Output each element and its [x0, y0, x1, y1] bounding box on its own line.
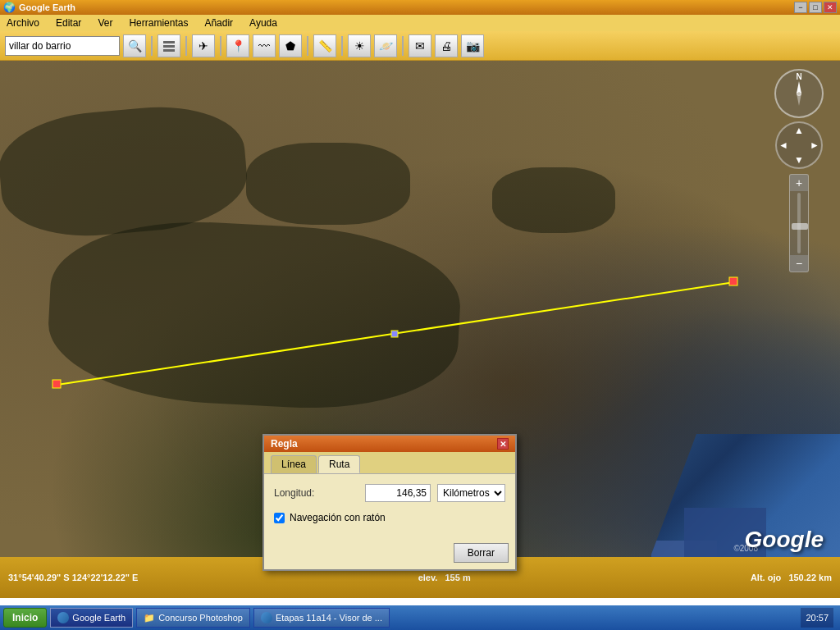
- zoom-control: + −: [789, 174, 809, 272]
- nav-ring: ▲ ▼ ◄ ►: [775, 121, 823, 169]
- rotate-right-button[interactable]: ►: [810, 139, 819, 151]
- app-icon: 🌍: [3, 2, 16, 13]
- tab-linea[interactable]: Línea: [271, 455, 317, 473]
- compass[interactable]: N: [774, 69, 824, 118]
- dialog-close-button[interactable]: ✕: [497, 438, 509, 450]
- google-watermark: Google: [745, 527, 824, 553]
- tilt-up-button[interactable]: ▲: [794, 125, 804, 136]
- menu-bar: Archivo Editar Ver Herramientas Añadir A…: [0, 15, 840, 31]
- taskbar-item-earth[interactable]: Google Earth: [50, 608, 133, 628]
- path-button[interactable]: 〰: [253, 34, 276, 57]
- separator-1: [151, 36, 153, 56]
- navigation-controls: N ▲ ▼ ◄ ► + −: [774, 69, 824, 272]
- mouse-nav-checkbox[interactable]: [274, 513, 285, 523]
- tilt-down-button[interactable]: ▼: [794, 154, 804, 166]
- separator-2: [185, 36, 187, 56]
- taskbar-item-visor[interactable]: Etapas 11a14 - Visor de ...: [253, 608, 390, 628]
- taskbar-right: 20:57: [801, 608, 837, 628]
- tab-ruta[interactable]: Ruta: [318, 455, 360, 473]
- search-input[interactable]: [5, 36, 120, 56]
- minimize-button[interactable]: −: [794, 2, 807, 13]
- title-bar-left: 🌍 Google Earth: [3, 2, 75, 13]
- longitud-label: Longitud:: [274, 487, 314, 499]
- separator-6: [402, 36, 404, 56]
- svg-rect-0: [163, 41, 175, 43]
- close-button[interactable]: ✕: [824, 2, 837, 13]
- search-button[interactable]: 🔍: [123, 34, 146, 57]
- separator-5: [341, 36, 343, 56]
- menu-archivo[interactable]: Archivo: [3, 16, 43, 30]
- fly-to-button[interactable]: ✈: [192, 34, 215, 57]
- dialog-footer: Borrar: [264, 540, 515, 569]
- zoom-out-button[interactable]: −: [790, 255, 808, 272]
- dialog-title-bar: Regla ✕: [264, 436, 515, 452]
- zoom-track: [797, 193, 801, 253]
- taskbar-earth-label: Google Earth: [72, 613, 126, 623]
- rotate-left-button[interactable]: ◄: [778, 139, 788, 151]
- dialog-tabs: Línea Ruta: [264, 452, 515, 474]
- svg-rect-1: [163, 45, 175, 48]
- screenshot-button[interactable]: 📷: [461, 34, 484, 57]
- placemark-button[interactable]: 📍: [226, 34, 249, 57]
- elev-label: elev.: [418, 573, 438, 582]
- maximize-button[interactable]: □: [809, 2, 822, 13]
- svg-point-9: [797, 91, 801, 96]
- menu-anadir[interactable]: Añadir: [201, 16, 236, 30]
- dialog-title-text: Regla: [271, 438, 298, 450]
- layers-button[interactable]: [158, 34, 180, 57]
- start-button[interactable]: Inicio: [3, 608, 47, 628]
- dialog-body: Longitud: Kilómetros Millas Metros Pies …: [264, 474, 515, 540]
- nav-circle[interactable]: ▲ ▼ ◄ ►: [775, 121, 823, 169]
- coordinates-display: 31°54'40.29" S 124°22'12.22" E: [8, 573, 138, 582]
- print-button[interactable]: 🖨: [435, 34, 458, 57]
- ruler-dialog: Regla ✕ Línea Ruta Longitud: Kilómetros …: [262, 434, 517, 571]
- menu-editar[interactable]: Editar: [52, 16, 84, 30]
- mouse-nav-label: Navegación con ratón: [290, 512, 386, 523]
- ruler-button[interactable]: 📏: [313, 34, 336, 57]
- longitud-value-input[interactable]: [365, 484, 431, 502]
- longitud-row: Longitud: Kilómetros Millas Metros Pies: [274, 484, 505, 502]
- compass-north-label: N: [796, 72, 801, 81]
- title-bar-controls: − □ ✕: [794, 2, 837, 13]
- taskbar-visor-icon: [261, 612, 272, 623]
- taskbar-earth-icon: [57, 612, 69, 623]
- map-area[interactable]: N ▲ ▼ ◄ ► + − © 2009 Cn: [0, 61, 840, 598]
- taskbar-visor-label: Etapas 11a14 - Visor de ...: [276, 613, 382, 623]
- taskbar-item-photoshop[interactable]: 📁 Concurso Photoshop: [136, 608, 250, 628]
- separator-3: [220, 36, 221, 56]
- altitude-display: Alt. ojo 150.22 km: [751, 573, 832, 582]
- taskbar-clock: 20:57: [801, 608, 833, 628]
- unit-select[interactable]: Kilómetros Millas Metros Pies: [437, 484, 505, 502]
- elev-value: 155 m: [445, 573, 470, 582]
- alt-label: Alt. ojo: [751, 573, 781, 582]
- taskbar: Inicio Google Earth 📁 Concurso Photoshop…: [0, 605, 840, 630]
- svg-rect-2: [163, 49, 175, 52]
- toolbar: 🔍 ✈ 📍 〰 ⬟ 📏 ☀ 🪐 ✉ 🖨 📷: [0, 31, 840, 61]
- menu-ver[interactable]: Ver: [94, 16, 116, 30]
- menu-ayuda[interactable]: Ayuda: [246, 16, 281, 30]
- title-bar: 🌍 Google Earth − □ ✕: [0, 0, 840, 15]
- terrain-patch-4: [492, 167, 615, 233]
- zoom-handle[interactable]: [792, 223, 808, 230]
- email-button[interactable]: ✉: [409, 34, 431, 57]
- taskbar-photoshop-label: Concurso Photoshop: [158, 613, 243, 623]
- polygon-button[interactable]: ⬟: [279, 34, 302, 57]
- planets-button[interactable]: 🪐: [374, 34, 397, 57]
- checkbox-row: Navegación con ratón: [274, 512, 505, 523]
- alt-value: 150.22 km: [788, 573, 832, 582]
- zoom-in-button[interactable]: +: [790, 175, 808, 191]
- borrar-button[interactable]: Borrar: [454, 543, 509, 563]
- menu-herramientas[interactable]: Herramientas: [126, 16, 191, 30]
- taskbar-photoshop-icon: 📁: [144, 613, 155, 623]
- terrain-patch-3: [246, 143, 410, 225]
- separator-4: [307, 36, 308, 56]
- app-title: Google Earth: [19, 2, 75, 12]
- sun-button[interactable]: ☀: [348, 34, 371, 57]
- elevation-display: elev. 155 m: [418, 573, 471, 582]
